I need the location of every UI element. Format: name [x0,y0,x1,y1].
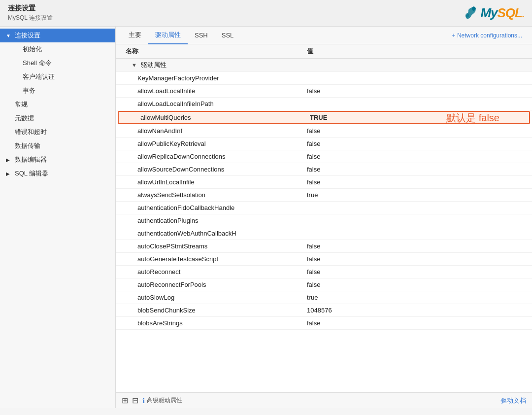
sidebar-item-general[interactable]: 常规 [0,98,115,111]
chevron-down-icon [6,33,12,38]
cell-value [303,206,532,210]
cell-value: 1048576 [303,305,532,316]
cell-name: autoSlowLog [116,292,303,303]
sidebar-item-client-auth[interactable]: 客户端认证 [0,70,115,84]
header-main-title: 连接设置 [8,4,53,13]
cell-name: authenticationPlugins [116,215,303,226]
cell-name: authenticationFidoCallbackHandle [116,202,303,213]
column-headers: 名称 值 [116,44,532,59]
cell-name: allowNanAndInf [116,125,303,137]
mysql-logo-text: MySQL. [480,5,524,21]
cell-name: allowPublicKeyRetrieval [116,138,303,149]
network-config-button[interactable]: + Network configurations... [448,30,526,41]
cell-value [303,219,532,223]
bottom-left: ⊞ ⊟ ℹ 高级驱动属性 [122,396,182,405]
cell-name: allowLoadLocalInfileInPath [116,98,303,109]
cell-value: false [303,253,532,265]
table-row[interactable]: allowReplicaDownConnectionsfalse [116,150,532,163]
sidebar-item-errors-timeouts[interactable]: 错误和超时 [0,125,115,139]
table-row[interactable]: autoReconnectfalse [116,266,532,278]
table-row[interactable]: allowPublicKeyRetrievalfalse [116,138,532,150]
cell-value: TRUE [306,112,529,123]
sidebar-item-shell-commands[interactable]: Shell 命令 [0,56,115,70]
remove-row-icon[interactable]: ⊟ [132,396,138,405]
cell-name: allowReplicaDownConnections [116,151,303,162]
table-row[interactable]: allowMultiQueriesTRUE默认是 false [118,111,530,124]
header-title-area: 连接设置 MySQL 连接设置 [8,4,53,22]
chevron-right-icon [6,157,12,163]
add-row-icon[interactable]: ⊞ [122,396,128,405]
cell-value: false [303,279,532,290]
table-row[interactable]: alwaysSendSetIsolationtrue [116,189,532,202]
cell-value: false [303,85,532,97]
table-row[interactable]: autoSlowLogtrue [116,291,532,304]
table-row[interactable]: autoReconnectForPoolsfalse [116,278,532,291]
sidebar-item-sql-editor[interactable]: SQL 编辑器 [0,167,115,180]
table-row[interactable]: allowLoadLocalInfilefalse [116,85,532,98]
tabs-bar: 主要 驱动属性 SSH SSL + Network configurations… [116,27,532,44]
table-row[interactable]: authenticationWebAuthnCallbackH [116,227,532,240]
tabs-left: 主要 驱动属性 SSH SSL [122,27,240,44]
bottom-info: ℹ 高级驱动属性 [142,396,182,405]
cell-name: autoGenerateTestcaseScript [116,253,303,265]
cell-name: autoClosePStmtStreams [116,241,303,252]
cell-name: autoReconnectForPools [116,279,303,290]
sidebar-item-connection-settings[interactable]: 连接设置 [0,29,115,42]
tab-ssl[interactable]: SSL [215,28,241,44]
cell-name: allowMultiQueries [119,112,306,123]
table-row[interactable]: authenticationPlugins [116,214,532,227]
table-row[interactable]: KeyManagerFactoryProvider [116,72,532,85]
main-layout: 连接设置 初始化 Shell 命令 客户端认证 事务 常规 元数据 错误和超时 [0,27,532,408]
driver-group-label: ▼ 驱动属性 [116,59,303,71]
mysql-logo: MySQL. [461,4,524,22]
col-name-header: 名称 [116,47,303,56]
tab-ssh[interactable]: SSH [188,28,215,44]
sidebar-item-transactions[interactable]: 事务 [0,84,115,98]
driver-group-row: ▼ 驱动属性 [116,59,532,72]
cell-value [303,102,532,106]
table-row[interactable]: allowLoadLocalInfileInPath [116,98,532,110]
table-area: 名称 值 ▼ 驱动属性 KeyManagerFactoryProviderall… [116,44,532,392]
cell-name: allowSourceDownConnections [116,164,303,175]
cell-value: false [303,138,532,149]
sidebar: 连接设置 初始化 Shell 命令 客户端认证 事务 常规 元数据 错误和超时 [0,27,116,408]
cell-value: false [303,176,532,188]
driver-doc-link[interactable]: 驱动文档 [500,396,526,405]
cell-value: false [303,241,532,252]
table-row[interactable]: autoGenerateTestcaseScriptfalse [116,253,532,266]
sidebar-item-metadata[interactable]: 元数据 [0,111,115,125]
bottom-bar: ⊞ ⊟ ℹ 高级驱动属性 驱动文档 [116,392,532,408]
table-row[interactable]: blobsAreStringsfalse [116,317,532,330]
content-area: 主要 驱动属性 SSH SSL + Network configurations… [116,27,532,408]
cell-name: autoReconnect [116,266,303,277]
top-header: 连接设置 MySQL 连接设置 MySQL. [0,0,532,27]
cell-value [303,76,532,80]
table-row[interactable]: authenticationFidoCallbackHandle [116,202,532,214]
cell-value: true [303,189,532,201]
table-row[interactable]: autoClosePStmtStreamsfalse [116,240,532,253]
cell-name: alwaysSendSetIsolation [116,189,303,201]
cell-name: allowUrlInLocalInfile [116,176,303,188]
table-row[interactable]: allowNanAndInffalse [116,125,532,138]
cell-name: allowLoadLocalInfile [116,85,303,97]
mysql-dolphin-icon [461,4,478,22]
cell-value: false [303,317,532,329]
table-row[interactable]: allowSourceDownConnectionsfalse [116,163,532,176]
sidebar-item-data-editor[interactable]: 数据编辑器 [0,153,115,167]
cell-value: false [303,125,532,137]
table-row[interactable]: blobSendChunkSize1048576 [116,304,532,317]
sidebar-item-init[interactable]: 初始化 [0,42,115,56]
tab-main[interactable]: 主要 [122,27,148,44]
cell-value [303,232,532,236]
cell-value: false [303,164,532,175]
sidebar-item-data-transfer[interactable]: 数据传输 [0,139,115,153]
cell-value: false [303,151,532,162]
tab-driver-properties[interactable]: 驱动属性 [148,27,188,44]
cell-name: blobSendChunkSize [116,305,303,316]
cell-name: blobsAreStrings [116,317,303,329]
header-sub-title: MySQL 连接设置 [8,14,53,22]
table-rows-container: KeyManagerFactoryProviderallowLoadLocalI… [116,72,532,330]
table-row[interactable]: allowUrlInLocalInfilefalse [116,176,532,189]
cell-value: true [303,292,532,303]
cell-value: false [303,266,532,277]
